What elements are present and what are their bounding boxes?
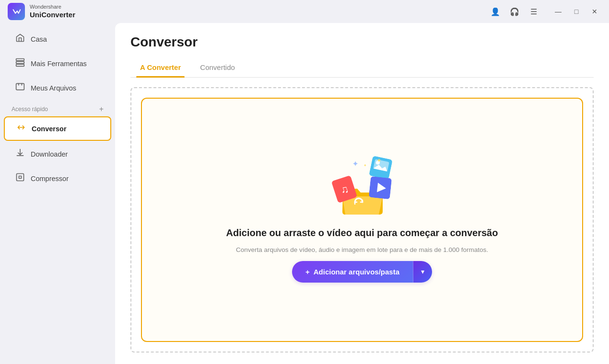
quick-access-label: Acesso rápido + (0, 100, 115, 115)
headset-icon[interactable]: 🎧 (509, 6, 520, 17)
page-title: Conversor (130, 34, 594, 50)
svg-rect-4 (17, 174, 24, 181)
sidebar-item-downloader-label: Downloader (31, 150, 68, 158)
converter-illustration: ♫ ✦ ★ (333, 158, 391, 215)
titlebar: Wondershare UniConverter 👤 🎧 ☰ — □ ✕ (0, 0, 609, 23)
sidebar-item-meus-arquivos-label: Meus Arquivos (31, 84, 76, 92)
close-button[interactable]: ✕ (588, 5, 601, 18)
main-layout: Casa Mais Ferramentas Meus Arquivos Aces… (0, 23, 609, 364)
sidebar-item-casa[interactable]: Casa (4, 28, 111, 50)
tab-a-converter[interactable]: A Converter (130, 59, 190, 77)
app-name: Wondershare UniConverter (30, 4, 75, 19)
sidebar-item-casa-label: Casa (31, 35, 47, 43)
sidebar: Casa Mais Ferramentas Meus Arquivos Aces… (0, 23, 115, 364)
files-icon (15, 82, 25, 94)
sidebar-item-downloader[interactable]: Downloader (4, 143, 111, 165)
app-product-label: UniConverter (30, 11, 75, 19)
plus-icon: + (305, 268, 310, 276)
svg-rect-3 (16, 83, 24, 90)
content-area: Conversor A Converter Convertido (115, 23, 609, 364)
window-controls: — □ ✕ (551, 5, 601, 18)
sidebar-item-mais-ferramentas[interactable]: Mais Ferramentas (4, 52, 111, 75)
app-brand-label: Wondershare (30, 4, 75, 10)
svg-rect-1 (16, 61, 24, 63)
tab-convertido[interactable]: Convertido (190, 59, 245, 77)
sidebar-item-mais-ferramentas-label: Mais Ferramentas (31, 60, 87, 68)
app-logo (8, 3, 25, 20)
add-files-button-group: + Adicionar arquivos/pasta ▾ (292, 261, 432, 283)
conversor-icon (16, 123, 26, 135)
add-quick-access-button[interactable]: + (99, 105, 104, 114)
sidebar-item-conversor-label: Conversor (32, 125, 67, 133)
svg-rect-0 (16, 59, 24, 61)
tools-icon (15, 57, 25, 69)
maximize-button[interactable]: □ (570, 5, 583, 18)
sidebar-item-meus-arquivos[interactable]: Meus Arquivos (4, 77, 111, 99)
add-files-main-button[interactable]: + Adicionar arquivos/pasta (292, 261, 413, 283)
svg-rect-2 (16, 64, 24, 66)
sparkle-3: ✦ (363, 163, 367, 168)
sidebar-item-compressor[interactable]: Compressor (4, 167, 111, 190)
sidebar-item-compressor-label: Compressor (31, 175, 69, 182)
tabs: A Converter Convertido (130, 59, 594, 78)
titlebar-right: 👤 🎧 ☰ — □ ✕ (490, 5, 601, 18)
compressor-icon (15, 172, 25, 184)
titlebar-left: Wondershare UniConverter (8, 3, 75, 20)
drop-zone[interactable]: ♫ ✦ ★ (141, 98, 583, 342)
sidebar-item-conversor[interactable]: Conversor (4, 116, 111, 141)
downloader-icon (15, 148, 25, 160)
add-files-label: Adicionar arquivos/pasta (314, 268, 399, 276)
sparkle-1: ✦ (352, 160, 358, 168)
sparkle-2: ★ (377, 158, 381, 163)
minimize-button[interactable]: — (551, 5, 565, 18)
menu-icon[interactable]: ☰ (528, 6, 539, 17)
user-icon[interactable]: 👤 (490, 6, 501, 17)
drop-zone-wrapper: ♫ ✦ ★ (130, 87, 594, 353)
drop-zone-subtitle: Converta arquivos de vídeo, áudio e imag… (236, 246, 488, 253)
drop-zone-title: Adicione ou arraste o vídeo aqui para co… (226, 228, 498, 239)
home-icon (15, 33, 25, 45)
add-files-dropdown-button[interactable]: ▾ (413, 261, 432, 283)
